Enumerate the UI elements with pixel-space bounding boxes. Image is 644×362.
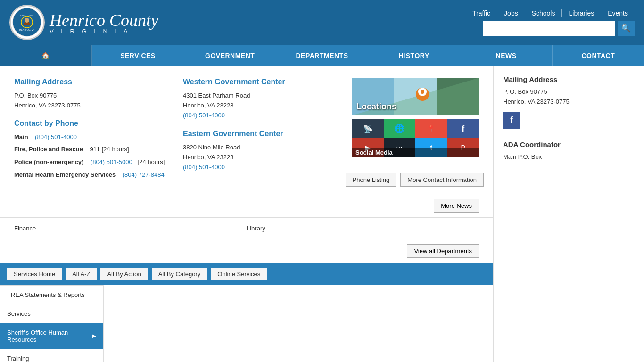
- social-cell-facebook[interactable]: f: [447, 119, 479, 138]
- right-footer: Mailing Address P. O. Box 90775 Henrico,…: [494, 66, 644, 171]
- contact-panel: Mailing Address P.O. Box 90775 Henrico, …: [0, 66, 493, 194]
- social-cell-1[interactable]: 📡: [352, 119, 384, 138]
- contact-left: Mailing Address P.O. Box 90775 Henrico, …: [14, 78, 169, 182]
- nav-home[interactable]: 🏠: [0, 45, 92, 66]
- schools-link[interactable]: Schools: [525, 9, 562, 17]
- top-links: Traffic Jobs Schools Libraries Events: [466, 9, 635, 17]
- online-services-btn[interactable]: Online Services: [211, 268, 267, 280]
- news-actions: More News: [0, 194, 493, 218]
- main-label: Main: [14, 133, 28, 140]
- eastern-center: Eastern Government Center 3820 Nine Mile…: [183, 130, 338, 172]
- nav-contact[interactable]: CONTACT: [553, 45, 644, 66]
- locations-label: Locations: [356, 102, 396, 112]
- nav-history[interactable]: HISTORY: [368, 45, 460, 66]
- search-area: 🔍: [483, 21, 635, 36]
- mailing-address: P.O. Box 90775 Henrico, VA 23273-0775: [14, 91, 169, 111]
- dept-library: Library: [247, 225, 479, 232]
- police-phone[interactable]: (804) 501-5000: [91, 158, 132, 165]
- all-by-category-btn[interactable]: All By Category: [152, 268, 207, 280]
- left-sidebar: FREA Statements & Reports Services Sheri…: [0, 285, 104, 362]
- header-right: Traffic Jobs Schools Libraries Events 🔍: [466, 9, 635, 36]
- mailing-line2: Henrico, VA 23273-0775: [14, 101, 169, 111]
- logo-area: SINCE 1634 HENRICO, VA Henrico County V …: [9, 5, 158, 40]
- rss-icon: 📡: [363, 124, 372, 133]
- dept-actions: View all Departments: [0, 239, 493, 263]
- globe-icon: 🌐: [394, 123, 405, 134]
- nav-government[interactable]: GOVERNMENT: [184, 45, 276, 66]
- more-news-button[interactable]: More News: [434, 199, 479, 213]
- logo-circle: SINCE 1634 HENRICO, VA: [9, 5, 45, 40]
- search-icon: 🔍: [621, 24, 631, 33]
- events-link[interactable]: Events: [601, 9, 635, 17]
- all-by-action-btn[interactable]: All By Action: [100, 268, 148, 280]
- sidebar-sheriffs[interactable]: Sheriff's Office Human Resources ▶: [0, 323, 103, 349]
- content-sidebar: Mailing Address P. O. Box 90775 Henrico,…: [493, 66, 644, 362]
- mental-phone-row: Mental Health Emergency Services (804) 7…: [14, 170, 169, 180]
- view-all-departments-button[interactable]: View all Departments: [407, 244, 479, 258]
- content-main: Mailing Address P.O. Box 90775 Henrico, …: [0, 66, 493, 362]
- sidebar-frea[interactable]: FREA Statements & Reports: [0, 286, 103, 304]
- social-widget: 📡 🌐 📍 f ▶: [352, 119, 479, 157]
- right-mailing-address: P. O. Box 90775 Henrico, VA 23273-0775: [503, 87, 635, 107]
- western-center: Western Government Center 4301 East Parh…: [183, 78, 338, 120]
- foursquare-icon: 📍: [427, 125, 435, 132]
- search-input[interactable]: [483, 21, 615, 36]
- eastern-phone[interactable]: (804) 501-4000: [183, 164, 225, 171]
- jobs-link[interactable]: Jobs: [497, 9, 525, 17]
- facebook-icon: f: [462, 124, 464, 134]
- phone-title: Contact by Phone: [14, 119, 169, 128]
- mailing-line1: P.O. Box 90775: [14, 91, 169, 101]
- eastern-address: 3820 Nine Mile Road Henrico, VA 23223 (8…: [183, 143, 338, 172]
- services-home-btn[interactable]: Services Home: [7, 268, 62, 280]
- fire-label: Fire, Police and Rescue: [14, 146, 83, 153]
- nav-services[interactable]: SERVICES: [92, 45, 184, 66]
- search-button[interactable]: 🔍: [618, 21, 635, 36]
- traffic-link[interactable]: Traffic: [466, 9, 497, 17]
- services-nav: Services Home All A-Z All By Action All …: [0, 263, 493, 285]
- social-media-label: Social Media: [352, 148, 479, 157]
- contact-center: Western Government Center 4301 East Parh…: [183, 78, 338, 182]
- western-phone[interactable]: (804) 501-4000: [183, 112, 225, 119]
- social-cell-foursquare[interactable]: 📍: [415, 119, 447, 138]
- right-mailing-line1: P. O. Box 90775: [503, 87, 635, 97]
- dept-finance: Finance: [14, 225, 247, 232]
- locations-widget[interactable]: Locations: [352, 78, 479, 115]
- departments-row: Finance Library: [0, 218, 493, 239]
- eastern-line1: 3820 Nine Mile Road: [183, 143, 338, 153]
- sidebar-training-label: Training: [7, 355, 29, 362]
- main-nav: 🏠 SERVICES GOVERNMENT DEPARTMENTS HISTOR…: [0, 45, 644, 66]
- header: SINCE 1634 HENRICO, VA Henrico County V …: [0, 0, 644, 45]
- main-phone[interactable]: (804) 501-4000: [35, 133, 77, 140]
- right-mailing-line2: Henrico, VA 23273-0775: [503, 97, 635, 107]
- facebook-button[interactable]: f: [503, 112, 520, 129]
- svg-point-4: [25, 18, 29, 23]
- nav-news[interactable]: NEWS: [460, 45, 552, 66]
- main-wrapper: Mailing Address P.O. Box 90775 Henrico, …: [0, 66, 644, 362]
- mental-phone[interactable]: (804) 727-8484: [123, 171, 165, 178]
- police-hours: [24 hours]: [138, 158, 165, 165]
- western-address: 4301 East Parham Road Henrico, VA 23228 …: [183, 91, 338, 120]
- sidebar-services-label: Services: [7, 310, 31, 317]
- main-phone-row: Main (804) 501-4000: [14, 132, 169, 142]
- ada-title: ADA Coordinator: [503, 140, 635, 148]
- western-line1: 4301 East Parham Road: [183, 91, 338, 101]
- sidebar-services[interactable]: Services: [0, 304, 103, 323]
- libraries-link[interactable]: Libraries: [562, 9, 601, 17]
- social-cell-globe[interactable]: 🌐: [384, 119, 416, 138]
- police-label: Police (non-emergency): [14, 158, 83, 165]
- ada-section: ADA Coordinator Main P.O. Box: [503, 140, 635, 162]
- eastern-line2: Henrico, VA 23223: [183, 153, 338, 163]
- fire-phone-row: Fire, Police and Rescue 911 [24 hours]: [14, 145, 169, 155]
- nav-departments[interactable]: DEPARTMENTS: [276, 45, 368, 66]
- more-contact-button[interactable]: More Contact Information: [400, 173, 484, 187]
- all-az-btn[interactable]: All A-Z: [66, 268, 97, 280]
- western-line2: Henrico, VA 23228: [183, 101, 338, 111]
- mailing-title: Mailing Address: [14, 78, 169, 86]
- phone-listing-button[interactable]: Phone Listing: [346, 173, 397, 187]
- sidebar-sheriffs-label: Sheriff's Office Human Resources: [7, 329, 92, 343]
- eastern-title: Eastern Government Center: [183, 130, 338, 138]
- sidebar-training[interactable]: Training: [0, 349, 103, 362]
- facebook-f-icon: f: [510, 115, 513, 125]
- phone-details: Main (804) 501-4000 Fire, Police and Res…: [14, 132, 169, 180]
- ada-line1: Main P.O. Box: [503, 152, 635, 162]
